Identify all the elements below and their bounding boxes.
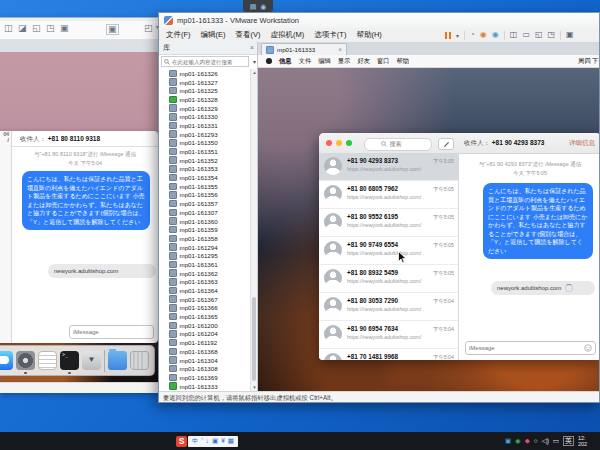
- sogou-ime-bar[interactable]: S 中'↓▣¥▦: [176, 435, 238, 447]
- zoom-icon[interactable]: [346, 140, 352, 146]
- vm-list-item[interactable]: mp01-161200: [159, 321, 251, 330]
- minimize-icon[interactable]: [336, 140, 342, 146]
- vmware-window[interactable]: mp01-161333 - VMware Workstation 文件(F)编辑…: [158, 12, 600, 403]
- snapshot-icon[interactable]: ◰: [144, 24, 153, 33]
- window-titlebar[interactable]: mp01-161333 - VMware Workstation: [159, 13, 599, 28]
- vm-list-item[interactable]: mp01-161368: [159, 347, 251, 356]
- windows-taskbar[interactable]: S 中'↓▣¥▦ ▣ ◉ ◆ ○ ◁) ▭ 英 12: 202: [0, 432, 600, 450]
- macos-menu-item[interactable]: 窗口: [377, 57, 390, 66]
- ime-icon[interactable]: 中: [192, 438, 199, 445]
- macos-menu-item[interactable]: 编辑: [318, 57, 331, 66]
- vm-list-item[interactable]: mp01-161360: [159, 217, 251, 226]
- revert-snapshot-icon[interactable]: ◉: [492, 31, 499, 39]
- vm-list-item[interactable]: mp01-161355: [159, 182, 251, 191]
- vm-list-item[interactable]: mp01-161351: [159, 147, 251, 156]
- vm-list-item[interactable]: mp01-161308: [159, 364, 251, 373]
- session-icon[interactable]: ◉: [260, 3, 266, 10]
- messages-search[interactable]: [364, 138, 432, 151]
- textedit-icon[interactable]: [38, 351, 57, 370]
- vm-list-item[interactable]: mp01-161192: [159, 338, 251, 347]
- vm-list-item[interactable]: mp01-161367: [159, 295, 251, 304]
- vm-list-item[interactable]: mp01-161364: [159, 286, 251, 295]
- vm-list-item[interactable]: mp01-161363: [159, 278, 251, 287]
- vm-list-item[interactable]: mp01-161357: [159, 199, 251, 208]
- fullscreen-icon[interactable]: ◱: [32, 24, 41, 33]
- vm-list-item[interactable]: mp01-161361: [159, 260, 251, 269]
- view-icon[interactable]: ◫: [4, 24, 13, 33]
- tab-close-icon[interactable]: ×: [338, 46, 342, 53]
- vm-list-item[interactable]: mp01-161353: [159, 165, 251, 174]
- macos-menu-item[interactable]: 显示: [338, 57, 351, 66]
- vm-list-item[interactable]: mp01-161356: [159, 191, 251, 200]
- menu-item[interactable]: 查看(V): [231, 28, 266, 42]
- vm-list-item[interactable]: mp01-161307: [159, 208, 251, 217]
- ime-icon[interactable]: ¥: [221, 438, 225, 445]
- vm-list-item[interactable]: mp01-161293: [159, 130, 251, 139]
- vm-list-item[interactable]: mp01-161358: [159, 234, 251, 243]
- details-button[interactable]: 详细信息: [569, 133, 595, 153]
- conversation-item[interactable]: +81 80 9552 6195 下午5:05 https://newyork.…: [319, 209, 458, 237]
- language-indicator[interactable]: 英: [563, 436, 574, 446]
- ime-icon[interactable]: ↓: [206, 438, 209, 445]
- vm-list-item[interactable]: mp01-161328: [159, 95, 251, 104]
- menu-item[interactable]: 文件(F): [161, 28, 196, 42]
- ime-icon[interactable]: ▣: [212, 438, 218, 445]
- menu-item[interactable]: 帮助(H): [351, 28, 386, 42]
- vm-list-item[interactable]: mp01-161366: [159, 304, 251, 313]
- macos-menu-item[interactable]: 好友: [357, 57, 370, 66]
- menu-item[interactable]: 编辑(E): [196, 28, 231, 42]
- search-dropdown-icon[interactable]: ▾: [253, 58, 256, 65]
- scroll-down-icon[interactable]: ▾: [251, 384, 258, 391]
- conversation-item[interactable]: +81 80 8932 5459 下午5:05 https://newyork.…: [319, 265, 458, 293]
- scrollbar[interactable]: ▴ ▾: [250, 69, 257, 391]
- vm-list-item[interactable]: mp01-161329: [159, 104, 251, 113]
- library-search-input[interactable]: [170, 59, 246, 65]
- messages-dock-icon[interactable]: [0, 351, 13, 370]
- tray-app-icon[interactable]: ▣: [505, 438, 511, 445]
- vm-list-item[interactable]: mp01-161294: [159, 243, 251, 252]
- link-bubble[interactable]: newyork.adultishop.com: [48, 264, 156, 278]
- snapshot-clock-icon[interactable]: ◔: [470, 31, 475, 39]
- downloader-icon[interactable]: ▼: [82, 351, 101, 370]
- sogou-icon[interactable]: S: [176, 436, 187, 447]
- macos-menu-item[interactable]: 帮助: [397, 57, 410, 66]
- macos-menu-item[interactable]: 信息: [279, 57, 292, 66]
- ime-icon[interactable]: ': [202, 438, 203, 445]
- link-bubble[interactable]: newyork.adultishop.com: [491, 281, 595, 295]
- conversation-item[interactable]: +81 90 6954 7634 下午5:04 https://newyork.…: [319, 321, 458, 349]
- scroll-thumb[interactable]: [252, 297, 256, 381]
- system-preferences-icon[interactable]: [16, 351, 35, 370]
- conversation-item[interactable]: +81 80 6805 7962 下午5:05 https://newyork.…: [319, 181, 458, 209]
- library-view-icon[interactable]: ◫: [510, 31, 518, 39]
- emoji-icon[interactable]: [584, 344, 592, 352]
- compose-button[interactable]: [438, 138, 454, 150]
- console-view-icon[interactable]: ▣: [566, 31, 574, 39]
- menu-item[interactable]: 选项卡(T): [309, 28, 351, 42]
- conversation-item[interactable]: +81 90 9749 6554 下午5:05 https://newyork.…: [319, 237, 458, 265]
- vm-list-item[interactable]: mp01-161327: [159, 78, 251, 87]
- vm-list-item[interactable]: mp01-161326: [159, 69, 251, 78]
- ime-icon[interactable]: ▦: [228, 438, 234, 445]
- vm-list-item[interactable]: mp01-161369: [159, 373, 251, 382]
- console-icon[interactable]: ▣: [60, 24, 69, 33]
- vm-list-item[interactable]: mp01-161365: [159, 312, 251, 321]
- display-icon[interactable]: ▭: [553, 438, 559, 445]
- library-search[interactable]: [161, 56, 249, 67]
- macos-menu-item[interactable]: 文件: [299, 57, 312, 66]
- vm-list-item[interactable]: mp01-161359: [159, 225, 251, 234]
- tray-clock[interactable]: 12: 202: [578, 435, 600, 447]
- vm-list-item[interactable]: mp01-161330: [159, 112, 251, 121]
- terminal-icon[interactable]: >_: [60, 351, 79, 370]
- messages-window-left[interactable]: 04 / 04 / 04 / 04 /: [0, 131, 158, 343]
- vm-list-item[interactable]: mp01-161354: [159, 173, 251, 182]
- fullscreen-view-icon[interactable]: ◱: [535, 31, 543, 39]
- vm-list-item[interactable]: mp01-161362: [159, 269, 251, 278]
- message-input[interactable]: [70, 329, 153, 335]
- messages-search-input[interactable]: [390, 141, 416, 147]
- downloads-folder-icon[interactable]: [108, 351, 127, 370]
- trash-icon[interactable]: [130, 351, 149, 370]
- tray-app-icon[interactable]: ◆: [525, 438, 530, 445]
- apple-icon[interactable]: [266, 58, 272, 64]
- vm-list-item[interactable]: mp01-161304: [159, 356, 251, 365]
- conversation-list-partial[interactable]: 04 / 04 / 04 / 04 /: [0, 131, 12, 343]
